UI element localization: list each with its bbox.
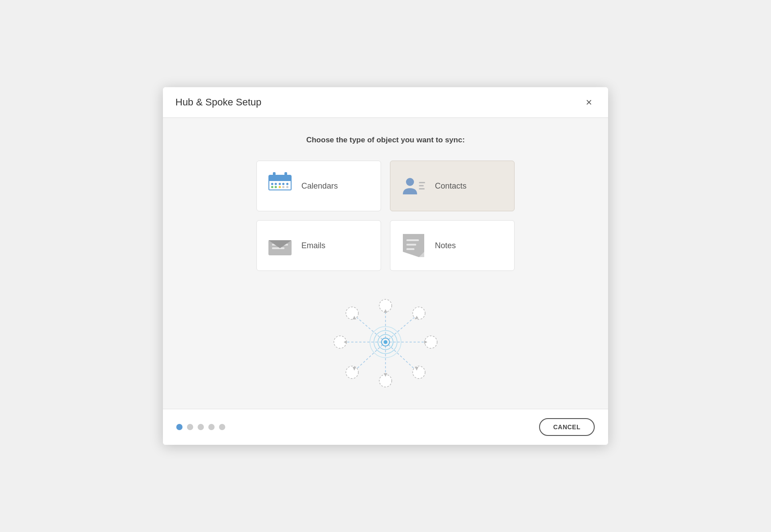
notes-label: Notes	[435, 241, 456, 250]
close-button[interactable]: ×	[582, 95, 596, 109]
email-icon	[268, 233, 292, 258]
hub-spoke-dialog: Hub & Spoke Setup × Choose the type of o…	[163, 87, 608, 445]
svg-rect-11	[406, 248, 414, 250]
svg-point-23	[413, 366, 425, 379]
dialog-body: Choose the type of object you want to sy…	[163, 118, 608, 409]
card-notes[interactable]: Notes	[390, 220, 515, 271]
svg-line-17	[354, 342, 386, 371]
svg-line-15	[386, 342, 417, 371]
step-dot-3	[198, 424, 204, 430]
svg-rect-3	[419, 188, 425, 189]
calendar-icon	[268, 173, 292, 198]
svg-point-25	[346, 366, 358, 379]
card-contacts[interactable]: Contacts	[390, 161, 515, 211]
object-type-grid: Calendars Contacts	[256, 161, 515, 271]
contact-icon	[401, 173, 426, 198]
svg-line-19	[354, 315, 386, 342]
svg-point-0	[406, 178, 414, 186]
svg-line-13	[386, 315, 417, 342]
step-dot-5	[219, 424, 225, 430]
card-calendars[interactable]: Calendars	[256, 161, 381, 211]
step-indicators	[176, 424, 225, 430]
cancel-button[interactable]: CANCEL	[539, 418, 595, 436]
svg-rect-1	[419, 182, 425, 183]
svg-rect-10	[406, 244, 416, 246]
card-emails[interactable]: Emails	[256, 220, 381, 271]
contacts-label: Contacts	[435, 181, 467, 191]
svg-point-21	[413, 307, 425, 319]
svg-rect-9	[406, 239, 419, 241]
instruction-text: Choose the type of object you want to sy…	[306, 136, 465, 145]
calendars-label: Calendars	[301, 181, 338, 191]
hub-spoke-diagram	[328, 293, 443, 391]
step-dot-1	[176, 424, 183, 430]
emails-label: Emails	[301, 241, 325, 250]
step-dot-2	[187, 424, 193, 430]
svg-rect-2	[419, 185, 424, 186]
dialog-footer: CANCEL	[163, 409, 608, 445]
svg-point-27	[346, 307, 358, 319]
dialog-header: Hub & Spoke Setup ×	[163, 87, 608, 118]
step-dot-4	[208, 424, 215, 430]
svg-point-32	[384, 340, 387, 344]
notes-icon	[401, 233, 426, 258]
svg-rect-6	[272, 247, 284, 249]
dialog-title: Hub & Spoke Setup	[175, 97, 261, 108]
